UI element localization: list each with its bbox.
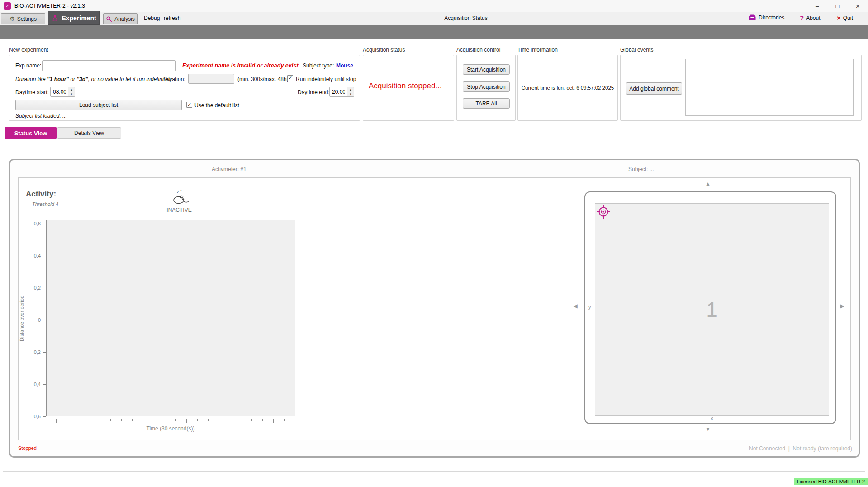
gear-icon: ⚙ (9, 15, 15, 22)
quit-button[interactable]: × Quit (837, 14, 853, 22)
x-axis-letter: x (595, 415, 829, 421)
y-tick: 0,4 (19, 253, 46, 259)
group-title: New experiment (9, 47, 360, 53)
tab-status-view[interactable]: Status View (5, 127, 57, 139)
nav-up-button[interactable]: ▲ (704, 180, 712, 188)
group-title: Acquisition status (363, 47, 454, 53)
window-title: BIO-ACTIVMETER-2 - v2.1.3 (14, 3, 85, 9)
quit-x-icon: × (837, 14, 841, 22)
maximize-button[interactable]: □ (827, 0, 848, 12)
daytime-start-input[interactable] (50, 87, 68, 97)
flask-icon (51, 14, 59, 22)
analysis-label: Analysis (114, 16, 135, 22)
minimize-button[interactable]: – (807, 0, 827, 12)
about-label: About (806, 15, 820, 21)
subject-label: Subject: ... (628, 166, 654, 172)
crosshair-icon (596, 205, 611, 219)
quit-label: Quit (843, 15, 853, 21)
duration-hint: Duration like "1 hour" or "3d", or no va… (15, 76, 173, 82)
status-footer: Stopped Not Connected | Not ready (tare … (18, 445, 852, 452)
use-default-list-checkbox[interactable]: ✓ (186, 102, 192, 108)
global-comment-textarea[interactable] (685, 59, 854, 116)
y-tick: 0,2 (19, 285, 46, 291)
group-title: Time information (517, 47, 618, 53)
duration-label: Duration: (163, 76, 185, 82)
directories-button[interactable]: Directories (749, 14, 784, 21)
use-default-list-label: Use the default list (194, 102, 239, 109)
status-container: Activmeter: #1 Subject: ... Activity: Th… (9, 159, 860, 458)
position-panel: 1 y x (584, 191, 836, 424)
nav-right-button[interactable]: ▶ (838, 302, 846, 310)
add-global-comment-button[interactable]: Add global comment (626, 82, 682, 95)
spin-down-icon[interactable]: ▼ (68, 92, 75, 96)
group-title: Acquisition control (456, 47, 516, 53)
spin-up-icon[interactable]: ▲ (68, 87, 75, 92)
exp-name-input[interactable] (42, 60, 176, 71)
toolbar-status-label: Acquisition Status (423, 15, 509, 21)
daytime-end-label: Daytime end: (298, 89, 330, 95)
group-acquisition-control: Acquisition control Start Acquisition St… (456, 47, 516, 121)
x-ticks-major (56, 419, 295, 423)
tare-all-button[interactable]: TARE All (463, 98, 510, 109)
current-time-text: Current time is lun. oct. 6 09:57:02 202… (519, 85, 617, 91)
magnifier-icon (106, 16, 112, 22)
daytime-start-label: Daytime start: (15, 89, 49, 95)
daytime-end-spinner: ▲ ▼ (329, 87, 354, 97)
group-global-events: Global events Add global comment (620, 47, 862, 121)
x-axis-label: Time (30 second(s)) (46, 425, 295, 432)
exp-name-label: Exp name: (15, 62, 41, 69)
spin-up-icon[interactable]: ▲ (347, 87, 354, 92)
y-tick: -0,2 (19, 349, 46, 355)
acquisition-status-message: Acquisition stopped... (369, 81, 442, 91)
tab-details-view[interactable]: Details View (57, 127, 121, 139)
inactive-label: INACTIVE (157, 207, 202, 213)
subject-type-label: Subject type: (303, 62, 334, 69)
y-axis-letter: y (588, 304, 591, 310)
stopped-label: Stopped (18, 445, 37, 452)
about-button[interactable]: ? About (800, 14, 821, 22)
directories-label: Directories (759, 14, 784, 21)
toolbar: ⚙ Settings Experiment Analysis Debug ref… (0, 12, 868, 25)
y-tick: -0,6 (19, 413, 46, 420)
separator-band (0, 25, 868, 39)
error-message: Experiment name is invalid or already ex… (182, 62, 300, 69)
baseline-line (49, 320, 294, 320)
group-time-information: Time information Current time is lun. oc… (517, 47, 618, 121)
drawer-icon (749, 14, 756, 21)
app-icon: 2 (4, 2, 11, 10)
settings-button[interactable]: ⚙ Settings (1, 13, 45, 24)
group-new-experiment: New experiment Exp name: Experiment name… (9, 47, 360, 121)
tab-analysis[interactable]: Analysis (103, 13, 138, 24)
tab-experiment[interactable]: Experiment (48, 11, 100, 25)
activmeter-label: Activmeter: #1 (212, 166, 247, 172)
y-tick: 0,6 (19, 220, 46, 227)
svg-text:z: z (176, 189, 179, 194)
y-tick: 0 (19, 317, 46, 323)
activity-chart-plot (46, 220, 295, 416)
stop-acquisition-button[interactable]: Stop Acquisition (463, 81, 510, 92)
nav-down-button[interactable]: ▼ (704, 425, 712, 433)
run-indefinitely-checkbox[interactable]: ✓ (287, 75, 293, 81)
subject-list-loaded-text: Subject list loaded: ... (15, 113, 67, 119)
nav-left-button[interactable]: ◀ (571, 302, 579, 310)
daytime-end-input[interactable] (329, 87, 347, 97)
duration-input[interactable] (188, 74, 234, 84)
menu-debug[interactable]: Debug (144, 15, 160, 21)
question-icon: ? (800, 14, 804, 22)
group-title: Global events (620, 47, 862, 53)
duration-range-label: (min. 300s/max. 48h) (237, 76, 289, 82)
activity-title: Activity: (26, 190, 56, 199)
close-button[interactable]: × (848, 0, 868, 12)
settings-label: Settings (17, 16, 37, 22)
license-badge: Licensed BIO-ACTIVMETER-2 (794, 478, 868, 485)
status-inner-panel: Activity: Threshold 4 z z INACTIVE Dista… (18, 177, 851, 440)
load-subject-list-button[interactable]: Load subject list (15, 100, 182, 110)
y-tick: -0,4 (19, 381, 46, 387)
experiment-label: Experiment (62, 14, 96, 22)
menu-refresh[interactable]: refresh (164, 15, 180, 21)
spin-down-icon[interactable]: ▼ (347, 92, 354, 96)
start-acquisition-button[interactable]: Start Acquisition (463, 64, 510, 75)
threshold-label: Threshold 4 (32, 201, 58, 207)
sleeping-mouse-icon: z z (171, 188, 190, 206)
daytime-start-spinner: ▲ ▼ (50, 87, 75, 97)
